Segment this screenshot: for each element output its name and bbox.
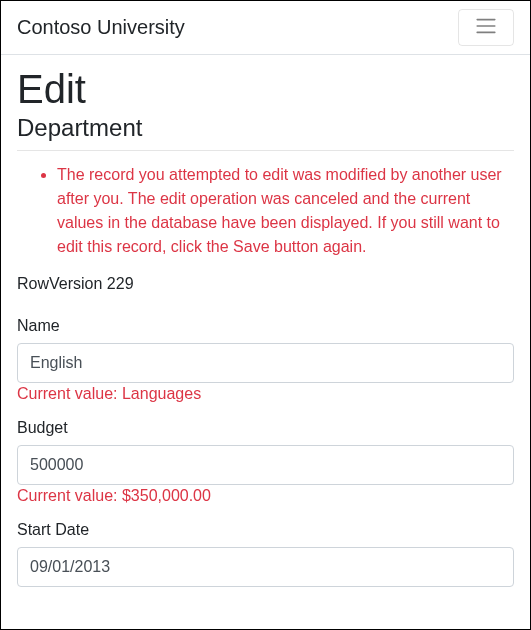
navbar-brand[interactable]: Contoso University (17, 16, 185, 39)
form-group-startdate: Start Date (17, 521, 514, 587)
main-container: Edit Department The record you attempted… (1, 55, 530, 615)
navbar-toggler-button[interactable] (458, 9, 514, 46)
page-title: Edit (17, 67, 514, 112)
form-group-budget: Budget Current value: $350,000.00 (17, 419, 514, 505)
rowversion-label: RowVersion (17, 275, 102, 292)
form-group-name: Name Current value: Languages (17, 317, 514, 403)
validation-summary: The record you attempted to edit was mod… (17, 163, 514, 259)
budget-current-value: Current value: $350,000.00 (17, 487, 514, 505)
hamburger-icon (471, 14, 501, 41)
name-current-value: Current value: Languages (17, 385, 514, 403)
rowversion-display: RowVersion 229 (17, 275, 514, 293)
budget-input[interactable] (17, 445, 514, 485)
name-input[interactable] (17, 343, 514, 383)
page-subtitle: Department (17, 114, 514, 142)
startdate-input[interactable] (17, 547, 514, 587)
startdate-label: Start Date (17, 521, 514, 539)
navbar: Contoso University (1, 1, 530, 55)
validation-summary-message: The record you attempted to edit was mod… (57, 163, 514, 259)
name-label: Name (17, 317, 514, 335)
divider (17, 150, 514, 151)
rowversion-value: 229 (107, 275, 134, 292)
budget-label: Budget (17, 419, 514, 437)
